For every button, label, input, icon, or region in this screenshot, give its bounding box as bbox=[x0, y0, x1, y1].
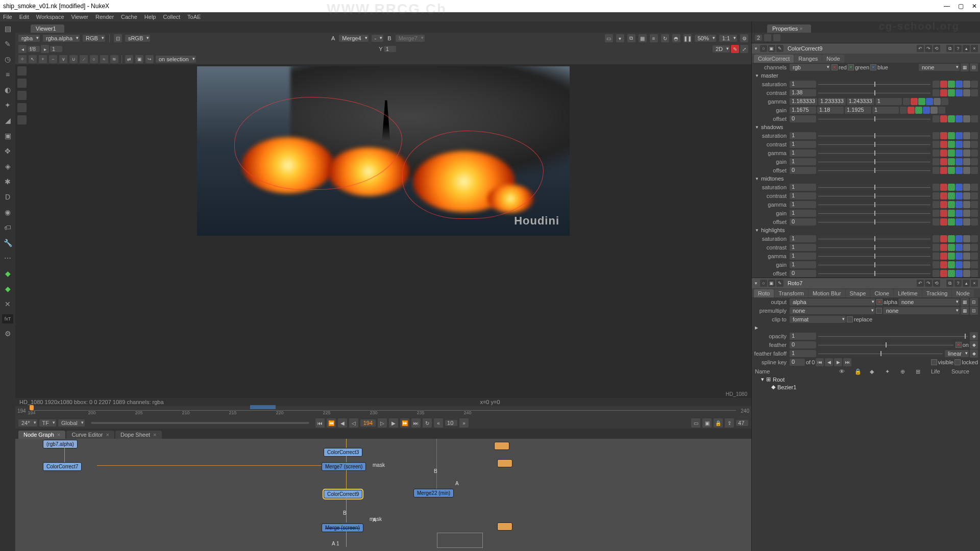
color-chip-icon[interactable] bbox=[940, 244, 947, 251]
color-chip-icon[interactable] bbox=[955, 115, 963, 122]
close-panel-icon[interactable]: × bbox=[971, 45, 978, 52]
color-chip-icon[interactable] bbox=[933, 235, 940, 242]
opacity-input[interactable]: 1 bbox=[790, 333, 816, 340]
minimize-button[interactable]: — bbox=[944, 3, 950, 10]
midtones-contrast-slider[interactable] bbox=[818, 193, 930, 199]
last-frame-icon[interactable]: ⏭ bbox=[411, 418, 421, 428]
undo-icon[interactable]: ↶ bbox=[917, 280, 924, 287]
tool-deep-icon[interactable]: D bbox=[3, 192, 13, 202]
feather-icon[interactable]: ≈ bbox=[100, 55, 108, 63]
tab-colorcorrect[interactable]: ColorCorrect bbox=[754, 55, 794, 63]
shadows-offset-slider[interactable] bbox=[818, 167, 930, 173]
invert-icon[interactable]: ⊟ bbox=[970, 298, 978, 306]
color-chip-icon[interactable] bbox=[971, 141, 978, 148]
color-chip-icon[interactable] bbox=[971, 218, 978, 226]
revert-icon[interactable]: ⟲ bbox=[933, 45, 940, 52]
flipbook-icon[interactable]: ▭ bbox=[691, 418, 700, 428]
viewer-lock-icon[interactable]: ⤢ bbox=[740, 45, 748, 53]
color-chip-icon[interactable] bbox=[948, 261, 955, 268]
color-chip-icon[interactable] bbox=[971, 115, 978, 122]
highlights-gamma-slider[interactable] bbox=[818, 253, 930, 259]
color-chip-icon[interactable] bbox=[971, 244, 978, 251]
menu-file[interactable]: File bbox=[3, 14, 12, 20]
color-chip-icon[interactable] bbox=[941, 98, 948, 105]
color-chip-icon[interactable] bbox=[923, 107, 930, 114]
color-chip-icon[interactable] bbox=[948, 158, 955, 165]
revert-icon[interactable]: ⟲ bbox=[933, 280, 940, 287]
color-chip-icon[interactable] bbox=[933, 201, 940, 208]
vp-ellipse-icon[interactable] bbox=[17, 103, 27, 112]
highlights-contrast-input[interactable]: 1 bbox=[790, 244, 816, 251]
color-chip-icon[interactable] bbox=[940, 261, 947, 268]
highlights-gamma-input[interactable]: 1 bbox=[790, 253, 816, 260]
vp-rect-icon[interactable] bbox=[17, 115, 27, 124]
color-chip-icon[interactable] bbox=[963, 244, 970, 251]
color-chip-icon[interactable] bbox=[948, 81, 955, 88]
fps-dropdown[interactable]: 24* bbox=[18, 419, 37, 427]
clip-icon[interactable]: ▭ bbox=[605, 34, 613, 42]
color-chip-icon[interactable] bbox=[933, 253, 940, 260]
color-chip-icon[interactable] bbox=[933, 167, 940, 174]
lut-dropdown[interactable]: sRGB bbox=[125, 35, 150, 42]
color-chip-icon[interactable] bbox=[971, 210, 978, 217]
play-back-icon[interactable]: ◀ bbox=[338, 418, 347, 428]
highlights-saturation-input[interactable]: 1 bbox=[790, 235, 816, 242]
highlights-gain-slider[interactable] bbox=[818, 262, 930, 268]
node-colorcorrect7[interactable]: ColorCorrect7 bbox=[43, 462, 82, 471]
menu-help[interactable]: Help bbox=[144, 14, 156, 20]
highlights-gain-input[interactable]: 1 bbox=[790, 261, 816, 268]
color-chip-icon[interactable] bbox=[933, 81, 940, 88]
midtones-gain-slider[interactable] bbox=[818, 210, 930, 216]
b-node-dropdown[interactable]: Merge7 bbox=[396, 35, 425, 42]
node-small-3[interactable] bbox=[497, 522, 512, 531]
color-chip-icon[interactable] bbox=[940, 201, 947, 208]
color-chip-icon[interactable] bbox=[955, 201, 963, 208]
menu-edit[interactable]: Edit bbox=[19, 14, 29, 20]
tool-keyer-icon[interactable]: ◢ bbox=[3, 115, 13, 126]
node-colorcorrect9[interactable]: ColorCorrect9 bbox=[324, 490, 362, 498]
color-chip-icon[interactable] bbox=[926, 98, 933, 105]
color-chip-icon[interactable] bbox=[940, 89, 947, 96]
color-chip-icon[interactable] bbox=[971, 201, 978, 208]
color-chip-icon[interactable] bbox=[948, 89, 955, 96]
tool-furnace-icon[interactable]: ◆ bbox=[3, 268, 13, 279]
select-tool-icon[interactable]: ✧ bbox=[18, 55, 27, 63]
shadows-saturation-input[interactable]: 1 bbox=[790, 132, 816, 139]
proxy-icon[interactable]: ▾ bbox=[616, 34, 624, 42]
step-back-icon[interactable]: ◁ bbox=[349, 418, 358, 428]
tool-toolsets-icon[interactable]: 🔧 bbox=[3, 238, 13, 248]
node-graph[interactable]: (rgb7.alpha) ColorCorrect7 ColorCorrect3… bbox=[15, 439, 751, 551]
picker-tool-icon[interactable]: ↖ bbox=[29, 55, 37, 63]
lock-icon[interactable]: 🔒 bbox=[714, 418, 723, 428]
ratio-dropdown[interactable]: 1:1 bbox=[719, 35, 737, 42]
opacity-slider[interactable] bbox=[818, 333, 968, 339]
tab-node-graph[interactable]: Node Graph× bbox=[18, 431, 65, 439]
visible-checkbox[interactable] bbox=[931, 359, 937, 365]
link-icon[interactable]: ⇄ bbox=[125, 55, 133, 63]
capture-icon[interactable]: ▣ bbox=[702, 418, 712, 428]
color-chip-icon[interactable] bbox=[971, 261, 978, 268]
color-chip-icon[interactable] bbox=[948, 270, 955, 277]
menu-toae[interactable]: ToAE bbox=[187, 14, 201, 20]
color-chip-icon[interactable] bbox=[955, 132, 963, 139]
undo-icon[interactable]: ↶ bbox=[917, 45, 924, 52]
shadows-gain-slider[interactable] bbox=[818, 159, 930, 165]
master-gain-input[interactable]: 1 bbox=[872, 107, 899, 114]
color-chip-icon[interactable] bbox=[915, 107, 922, 114]
color-chip-icon[interactable] bbox=[971, 192, 978, 199]
color-chip-icon[interactable] bbox=[933, 89, 940, 96]
tab-lifetime[interactable]: Lifetime bbox=[894, 289, 922, 297]
color-chip-icon[interactable] bbox=[955, 270, 963, 277]
color-chip-icon[interactable] bbox=[933, 132, 940, 139]
tf-dropdown[interactable]: TF bbox=[39, 419, 56, 427]
vp-select-icon[interactable] bbox=[17, 66, 27, 76]
help-icon[interactable]: ? bbox=[954, 280, 962, 287]
color-chip-icon[interactable] bbox=[948, 115, 955, 122]
tab-ranges[interactable]: Ranges bbox=[794, 55, 822, 63]
menu-render[interactable]: Render bbox=[95, 14, 114, 20]
midtones-gain-input[interactable]: 1 bbox=[790, 210, 816, 217]
color-chip-icon[interactable] bbox=[963, 115, 970, 122]
master-gamma-input[interactable]: 1.183333 bbox=[790, 98, 817, 105]
replace-checkbox[interactable] bbox=[847, 316, 853, 322]
cusp-icon[interactable]: ∨ bbox=[59, 55, 67, 63]
